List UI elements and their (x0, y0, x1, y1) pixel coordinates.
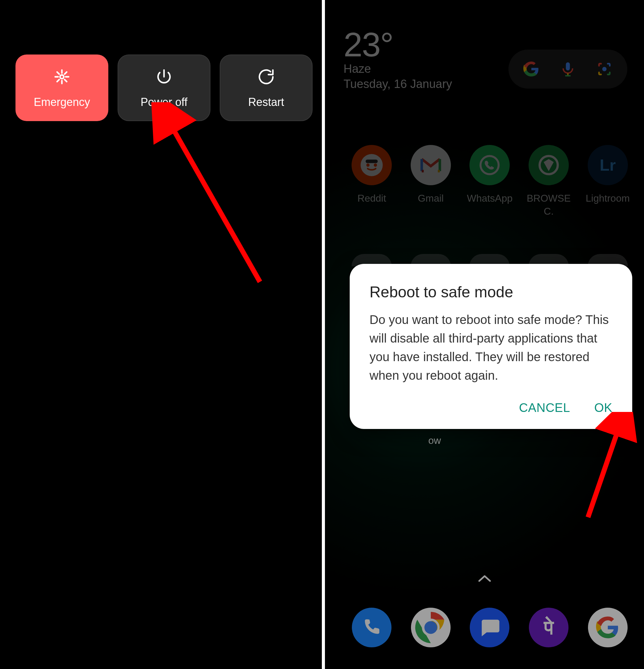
dock-phonepe[interactable]: पे (529, 608, 569, 647)
power-off-label: Power off (141, 97, 187, 108)
dialog-title: Reboot to safe mode (369, 283, 612, 301)
dialog-actions: CANCEL OK (369, 401, 612, 415)
emergency-label: Emergency (34, 97, 90, 108)
home-dock: पे (344, 608, 635, 647)
dock-chrome[interactable] (411, 608, 451, 647)
dock-messages[interactable] (470, 608, 509, 647)
dialog-body: Do you want to reboot into safe mode? Th… (369, 310, 612, 385)
svg-line-1 (170, 124, 260, 282)
cancel-button[interactable]: CANCEL (519, 401, 570, 415)
power-icon (155, 68, 173, 89)
svg-point-15 (424, 621, 437, 634)
emergency-icon (53, 68, 71, 89)
app-drawer-caret-icon[interactable] (478, 571, 491, 585)
power-menu-screen: Emergency Power off Re (0, 0, 322, 669)
power-off-button[interactable]: Power off (118, 55, 210, 121)
restart-label: Restart (248, 97, 284, 108)
restart-icon (257, 68, 275, 89)
dock-phone[interactable] (352, 608, 392, 647)
annotation-arrow-left (148, 102, 279, 294)
ok-button[interactable]: OK (594, 401, 612, 415)
svg-point-0 (60, 75, 64, 79)
safe-mode-dialog: Reboot to safe mode Do you want to reboo… (350, 264, 632, 429)
truncated-app-label: ow (428, 435, 441, 446)
dock-google[interactable] (588, 608, 628, 647)
power-menu-row: Emergency Power off Re (15, 55, 312, 121)
home-screen: 23° Haze Tuesday, 16 January (325, 0, 644, 669)
restart-button[interactable]: Restart (220, 55, 312, 121)
emergency-button[interactable]: Emergency (15, 55, 108, 121)
panel-divider (322, 0, 325, 669)
